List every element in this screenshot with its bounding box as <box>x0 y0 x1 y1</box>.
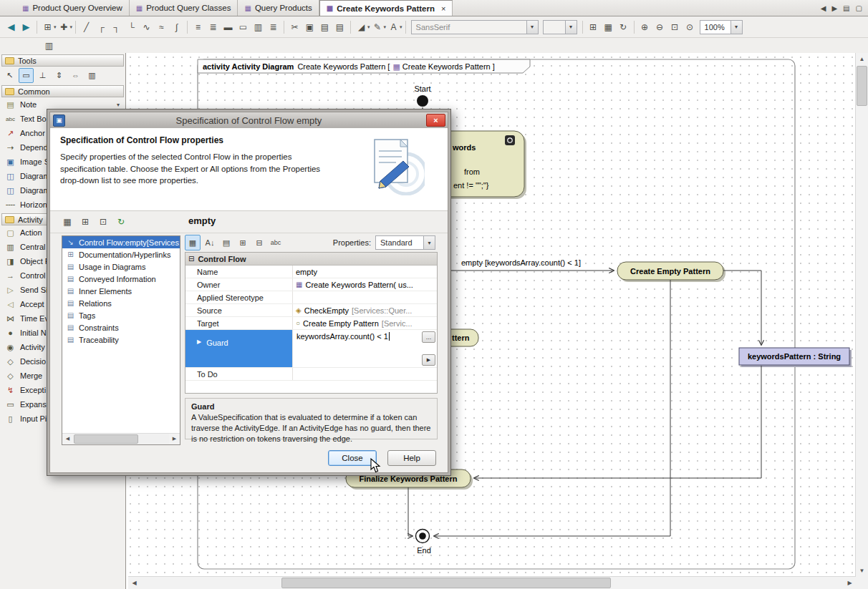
tree-item-control-flow[interactable]: ↘Control Flow:empty[Services:: <box>62 236 180 248</box>
back-icon[interactable]: ◀ <box>4 19 19 34</box>
tree-item-conveyed-information[interactable]: ▤Conveyed Information <box>62 273 180 285</box>
horizontal-scrollbar[interactable]: ◀ ▶ <box>128 576 856 589</box>
curve-tool-icon[interactable]: ∿ <box>139 19 154 34</box>
dialog-close-button[interactable]: × <box>426 114 445 127</box>
scroll-right-icon[interactable]: ▶ <box>169 434 180 444</box>
paste-icon[interactable]: ▤ <box>317 19 332 34</box>
categorized-view-icon[interactable]: ▦ <box>185 235 201 250</box>
scroll-down-icon[interactable]: ▼ <box>856 565 868 577</box>
anchor-tool-icon[interactable]: ⊥ <box>35 68 50 83</box>
swimlane-tool-icon[interactable]: ▥ <box>85 68 100 83</box>
sort-alphabetically-icon[interactable]: A↓ <box>203 235 217 250</box>
show-description-icon[interactable]: ▤ <box>219 235 233 250</box>
plus-box-icon[interactable]: ⊞ <box>66 250 75 258</box>
align-center-icon[interactable]: ≣ <box>206 19 221 34</box>
tab-query-products[interactable]: ▦ Query Products <box>238 0 319 16</box>
align-left-icon[interactable]: ≡ <box>191 19 206 34</box>
property-row-applied-stereotype[interactable]: Applied Stereotype <box>185 291 437 304</box>
horizontal-distribute-tool-icon[interactable]: ⇔ <box>68 68 83 83</box>
guard-expand-button[interactable]: ▶ <box>422 354 435 366</box>
zoom-in-icon[interactable]: ⊕ <box>637 19 652 34</box>
tree-item-traceability[interactable]: ▤Traceability <box>62 334 180 346</box>
line-tool-icon[interactable]: ╱ <box>79 19 94 34</box>
tree-item-documentation[interactable]: ⊞Documentation/Hyperlinks <box>62 248 180 261</box>
palette-section-tools[interactable]: Tools <box>1 54 124 67</box>
font-color-icon[interactable]: A <box>386 19 401 34</box>
dropdown-arrow-icon[interactable]: ▾ <box>70 24 73 30</box>
palette-section-common[interactable]: Common <box>1 85 124 97</box>
scroll-left-icon[interactable]: ◀ <box>128 577 140 589</box>
property-row-source[interactable]: Source ◈CheckEmpty[Services::Quer... <box>185 304 437 317</box>
guard-value-editor[interactable]: keywordsArray.count() < 1 ... ▶ <box>293 330 437 367</box>
help-button[interactable]: Help <box>387 450 436 466</box>
tab-product-query-classes[interactable]: ▦ Product Query Classes <box>130 0 238 16</box>
vertical-scrollbar[interactable]: ▲ ▼ <box>855 53 868 577</box>
same-size-icon[interactable]: ▭ <box>236 19 251 34</box>
swimlane-layout-icon[interactable]: ▥ <box>42 38 57 53</box>
tab-close-icon[interactable]: × <box>441 4 445 13</box>
add-element-icon[interactable]: ✚ <box>57 19 72 34</box>
abc-filter-icon[interactable]: abc <box>269 235 283 250</box>
table-view-icon[interactable]: ▦ <box>601 19 616 34</box>
tree-item-constraints[interactable]: ▤Constraints <box>62 321 180 334</box>
collapse-box-icon[interactable]: ⊟ <box>188 255 194 263</box>
rect-path-tool-icon[interactable]: ┌ <box>94 19 109 34</box>
dialog-title-bar[interactable]: ▣ Specification of Control Flow empty × <box>50 112 448 128</box>
scroll-up-icon[interactable]: ▲ <box>856 53 868 65</box>
expand-all-icon[interactable]: ⊞ <box>236 235 250 250</box>
tree-scroll-thumb[interactable] <box>74 434 138 444</box>
rect-path-tool2-icon[interactable]: ┐ <box>109 19 124 34</box>
marquee-tool-icon[interactable]: ▭ <box>19 68 34 83</box>
tab-create-keywords-pattern[interactable]: ▦ Create Keywords Pattern × <box>319 0 453 16</box>
pen-color-icon[interactable]: ✎ <box>370 19 385 34</box>
property-value[interactable] <box>293 368 437 380</box>
tab-scroll-right-icon[interactable]: ▶ <box>831 4 837 12</box>
copy-icon[interactable]: ▣ <box>302 19 317 34</box>
property-row-name[interactable]: Name empty <box>185 266 437 278</box>
control-flow-to-end[interactable] <box>434 280 670 536</box>
object-flow-to-finalize[interactable] <box>474 366 761 478</box>
zoom-level-combo[interactable]: 100% ▾ <box>700 20 743 34</box>
tree-item-relations[interactable]: ▤Relations <box>62 297 180 309</box>
zoom-out-icon[interactable]: ⊖ <box>652 19 667 34</box>
property-group-control-flow[interactable]: ⊟ Control Flow <box>185 253 437 266</box>
property-value[interactable] <box>293 291 437 303</box>
combo-arrow-icon[interactable]: ▾ <box>730 21 742 34</box>
dropdown-arrow-icon[interactable]: ▾ <box>54 24 57 30</box>
property-value[interactable]: ◈CheckEmpty[Services::Quer... <box>293 304 437 316</box>
distribute-icon[interactable]: ▬ <box>221 19 236 34</box>
close-button[interactable]: Close <box>328 450 377 466</box>
freeform-tool-icon[interactable]: ∫ <box>169 19 184 34</box>
font-size-combo[interactable]: ▾ <box>543 20 577 34</box>
specification-tree[interactable]: ↘Control Flow:empty[Services:: ⊞Document… <box>62 235 180 445</box>
tree-item-usage-in-diagrams[interactable]: ▤Usage in Diagrams <box>62 261 180 273</box>
form-view-icon[interactable]: ▦ <box>60 215 74 229</box>
tab-window-icon[interactable]: ▢ <box>856 4 862 12</box>
combo-arrow-icon[interactable]: ▾ <box>423 236 435 249</box>
scroll-right-icon[interactable]: ▶ <box>844 577 856 589</box>
properties-mode-combo[interactable]: Standard ▾ <box>375 235 435 250</box>
property-row-todo[interactable]: To Do <box>185 368 437 381</box>
refresh-icon[interactable]: ↻ <box>114 215 128 229</box>
cut-icon[interactable]: ✂ <box>287 19 302 34</box>
initial-node[interactable] <box>417 95 428 107</box>
scroll-left-icon[interactable]: ◀ <box>62 434 73 444</box>
horizontal-scroll-thumb[interactable] <box>281 578 611 588</box>
vertical-scroll-thumb[interactable] <box>857 66 867 106</box>
clone-view-icon[interactable]: ⊡ <box>96 215 110 229</box>
control-flow-finalize-to-end[interactable] <box>408 487 413 536</box>
rect-path-tool3-icon[interactable]: └ <box>124 19 139 34</box>
edge-guard-label[interactable]: empty [keywordsArray.count() < 1] <box>461 258 581 267</box>
tree-horizontal-scrollbar[interactable]: ◀ ▶ <box>62 433 180 444</box>
select-tool-icon[interactable]: ↖ <box>2 68 17 83</box>
property-value[interactable]: ▦Create Keywords Pattern( us... <box>293 278 437 291</box>
zoom-1to1-icon[interactable]: ⊙ <box>683 19 698 34</box>
tab-product-query-overview[interactable]: ▦ Product Query Overview <box>16 0 130 16</box>
object-flow-to-keywords-pattern[interactable] <box>723 271 761 345</box>
zoom-region-icon[interactable]: ⊡ <box>667 19 683 34</box>
dropdown-arrow-icon[interactable]: ▾ <box>400 24 402 30</box>
vertical-distribute-tool-icon[interactable]: ⇕ <box>52 68 67 83</box>
tab-list-icon[interactable]: ▤ <box>843 4 849 12</box>
property-value[interactable]: ○Create Empty Pattern[Servic... <box>293 317 437 329</box>
tree-item-inner-elements[interactable]: ▤Inner Elements <box>62 285 180 297</box>
